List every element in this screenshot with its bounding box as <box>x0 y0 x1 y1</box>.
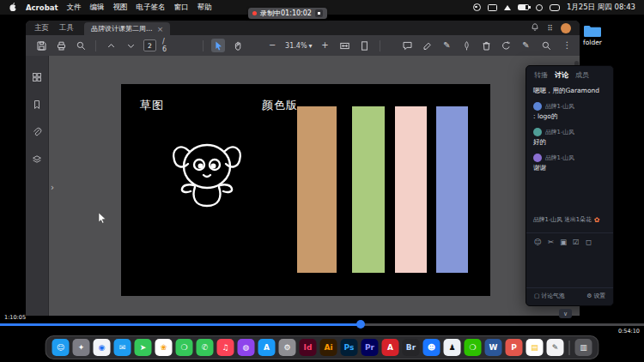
apple-logo-icon[interactable] <box>9 2 17 14</box>
image-icon[interactable]: ▣ <box>560 238 567 246</box>
notes[interactable]: ▤ <box>526 339 544 356</box>
previous-page-icon[interactable] <box>104 39 118 52</box>
zoom-in-icon[interactable]: + <box>319 39 332 52</box>
tab-home[interactable]: 主页 <box>34 23 49 33</box>
highlight-icon[interactable] <box>421 39 434 52</box>
next-page-icon[interactable] <box>124 39 137 52</box>
word[interactable]: W <box>485 339 502 356</box>
fit-width-icon[interactable] <box>338 39 352 52</box>
chat-avatar[interactable] <box>533 154 542 162</box>
emoji-icon[interactable]: ☺ <box>534 238 542 246</box>
attachments-icon[interactable] <box>32 124 42 141</box>
scissors-icon[interactable]: ✂ <box>548 238 554 246</box>
tab-broadcast[interactable]: 转播 <box>534 70 548 80</box>
messages[interactable]: ❍ <box>176 339 193 356</box>
document-view[interactable]: › 草图 <box>49 56 580 316</box>
menu-bar-clock[interactable]: 1月25日 周四 08:43 <box>567 3 635 13</box>
remaining-time: 0:54:10 <box>618 328 640 335</box>
discussion-bubble-toggle[interactable]: ▢ 讨论气泡 <box>534 292 565 300</box>
hand-tool-icon[interactable] <box>231 39 245 52</box>
menu-item[interactable]: 编辑 <box>90 3 105 13</box>
battery-icon[interactable] <box>518 4 529 10</box>
search-icon[interactable] <box>74 39 88 52</box>
playhead-knob[interactable] <box>356 320 365 329</box>
sign-icon[interactable] <box>460 39 474 52</box>
expand-panel-icon[interactable]: › <box>51 183 54 192</box>
premiere[interactable]: Pr <box>361 339 379 356</box>
close-icon[interactable]: × <box>157 25 164 33</box>
active-app-name[interactable]: Acrobat <box>26 3 58 12</box>
account-avatar[interactable] <box>561 23 571 33</box>
acrobat-tab-bar: 主页 工具 品牌设计课第二周... × ⠿ <box>26 21 580 35</box>
poll-icon[interactable]: ☑ <box>573 238 580 246</box>
video-progress-bar[interactable] <box>0 323 644 326</box>
podcasts[interactable]: ◍ <box>238 339 255 356</box>
control-center-icon[interactable] <box>550 4 560 11</box>
print-icon[interactable] <box>54 39 68 52</box>
fit-page-icon[interactable] <box>358 39 372 52</box>
menu-item[interactable]: 文件 <box>67 3 82 13</box>
keyboard-icon[interactable] <box>488 4 497 11</box>
select-tool-icon[interactable] <box>211 39 225 52</box>
screen-recording-icon[interactable] <box>473 3 481 11</box>
document-tab[interactable]: 品牌设计课第二周... × <box>84 22 170 35</box>
settings-button[interactable]: ⚙ 设置 <box>586 292 605 300</box>
chat-input-area[interactable] <box>526 249 613 287</box>
mail[interactable]: ✉ <box>114 339 131 356</box>
maps[interactable]: ➤ <box>135 339 152 356</box>
safari[interactable]: ◉ <box>94 339 111 356</box>
menu-item[interactable]: 视图 <box>113 3 128 13</box>
chat-bubble-icon[interactable]: ◻ <box>586 238 592 246</box>
palette-swatch-periwinkle <box>436 106 468 273</box>
chat-avatar[interactable] <box>533 128 542 136</box>
menu-item[interactable]: 电子签名 <box>137 3 166 13</box>
bookmarks-icon[interactable] <box>32 97 42 113</box>
desktop-folder[interactable]: folder <box>577 24 608 46</box>
edit-pdf-icon[interactable]: ✎ <box>519 39 533 52</box>
chat-message-list[interactable]: 嗯嗯，用的Garamond 品牌1-山风 : logo的 品牌1-山风 好的 品… <box>526 82 613 214</box>
tab-members[interactable]: 成员 <box>575 70 589 80</box>
launchpad[interactable]: ✦ <box>73 339 90 356</box>
zoom-level-dropdown[interactable]: 31.4% ▾ <box>285 42 312 50</box>
illustrator[interactable]: Ai <box>320 339 337 356</box>
stop-recording-button[interactable] <box>315 9 323 17</box>
qq[interactable]: ♟ <box>444 339 461 356</box>
chat-avatar[interactable] <box>533 102 542 111</box>
find-icon[interactable] <box>540 39 554 52</box>
wechat[interactable]: ❍ <box>465 339 482 356</box>
system-settings[interactable]: ⚙ <box>279 339 296 356</box>
apps-grid-icon[interactable]: ⠿ <box>547 24 553 33</box>
photos[interactable]: ❀ <box>155 339 173 356</box>
acrobat[interactable]: A <box>382 339 399 356</box>
indesign[interactable]: Id <box>300 339 317 356</box>
wifi-icon[interactable] <box>504 5 511 10</box>
spotlight-icon[interactable] <box>536 4 543 11</box>
menu-item[interactable]: 帮助 <box>197 3 212 13</box>
page-thumbnails-icon[interactable] <box>32 69 42 86</box>
photoshop[interactable]: Ps <box>341 339 358 356</box>
notifications-bell-icon[interactable] <box>531 22 539 33</box>
palette-swatch-green <box>352 106 385 273</box>
delete-icon[interactable] <box>480 39 494 52</box>
tab-discussion[interactable]: 讨论 <box>555 70 568 80</box>
page-number-input[interactable]: 2 <box>143 39 156 51</box>
tab-tools[interactable]: 工具 <box>59 23 74 33</box>
draw-icon[interactable]: ✎ <box>440 39 454 52</box>
comment-icon[interactable] <box>401 39 415 52</box>
app-store[interactable]: A <box>258 339 276 356</box>
panel-collapse-button[interactable]: ∨ <box>559 309 572 318</box>
rotate-icon[interactable] <box>500 39 513 52</box>
more-icon[interactable]: ⋮ <box>561 39 574 52</box>
menu-item[interactable]: 窗口 <box>174 3 189 13</box>
finder[interactable]: ☺ <box>52 339 70 356</box>
annotate[interactable]: ✎ <box>547 339 564 356</box>
zoom-out-icon[interactable]: − <box>265 39 279 52</box>
facetime[interactable]: ✆ <box>197 339 214 356</box>
trash[interactable]: ▥ <box>575 339 592 356</box>
music[interactable]: ♫ <box>217 339 234 356</box>
save-icon[interactable] <box>34 39 48 52</box>
bridge[interactable]: Br <box>403 339 420 356</box>
layers-icon[interactable] <box>32 152 42 168</box>
pdf-reader[interactable]: P <box>506 339 523 356</box>
tencent-meeting[interactable]: ☻ <box>423 339 440 356</box>
